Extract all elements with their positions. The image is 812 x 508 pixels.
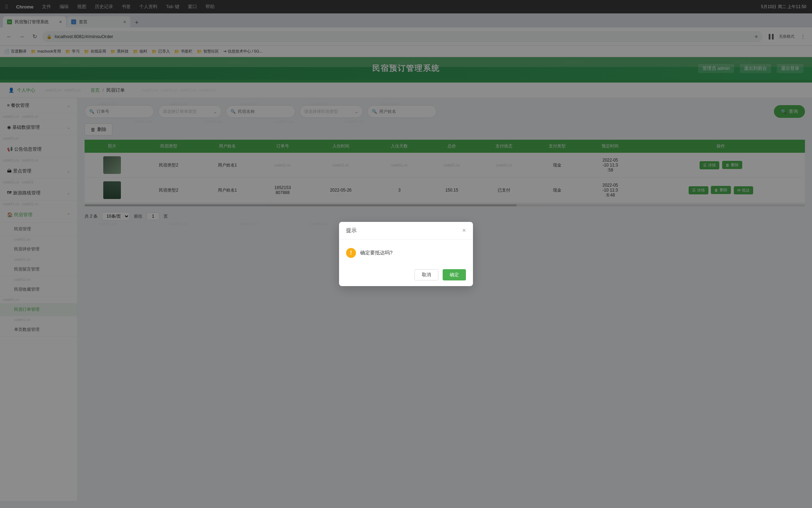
- modal-close-btn[interactable]: ×: [462, 227, 466, 234]
- modal-header: 提示 ×: [339, 222, 473, 240]
- modal-cancel-btn[interactable]: 取消: [414, 269, 438, 280]
- modal-overlay: code51.cn-源码乐园盗图必究 提示 × ! 确定要抵达吗? 取消 确定: [0, 0, 812, 501]
- modal-title: 提示: [346, 227, 357, 234]
- modal-message: 确定要抵达吗?: [360, 250, 393, 256]
- confirm-modal: 提示 × ! 确定要抵达吗? 取消 确定: [339, 222, 473, 286]
- modal-footer: 取消 确定: [339, 265, 473, 286]
- modal-warning-icon: !: [346, 248, 356, 258]
- modal-confirm-btn[interactable]: 确定: [443, 269, 466, 280]
- modal-body: ! 确定要抵达吗?: [339, 240, 473, 265]
